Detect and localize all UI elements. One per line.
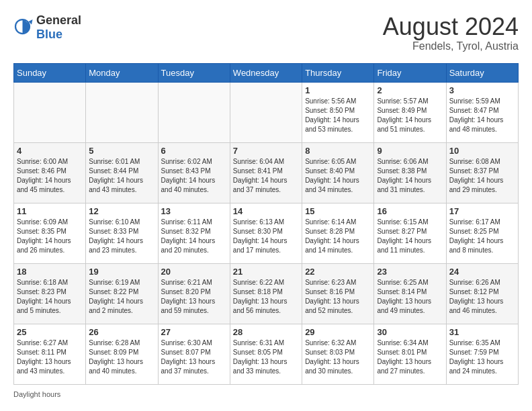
- calendar-cell: 4Sunrise: 6:00 AM Sunset: 8:46 PM Daylig…: [14, 142, 86, 203]
- day-info: Sunrise: 6:31 AM Sunset: 8:05 PM Dayligh…: [233, 338, 299, 376]
- calendar-cell: 26Sunrise: 6:28 AM Sunset: 8:09 PM Dayli…: [86, 324, 158, 384]
- day-of-week-header: Saturday: [446, 63, 518, 82]
- day-info: Sunrise: 6:00 AM Sunset: 8:46 PM Dayligh…: [17, 157, 83, 195]
- day-of-week-header: Wednesday: [230, 63, 302, 82]
- day-info: Sunrise: 6:28 AM Sunset: 8:09 PM Dayligh…: [89, 338, 154, 376]
- title-area: August 2024 Fendels, Tyrol, Austria: [383, 13, 519, 52]
- day-number: 5: [89, 146, 154, 156]
- day-info: Sunrise: 6:26 AM Sunset: 8:12 PM Dayligh…: [449, 278, 515, 316]
- calendar-cell: 25Sunrise: 6:27 AM Sunset: 8:11 PM Dayli…: [14, 324, 86, 384]
- calendar-cell: 23Sunrise: 6:25 AM Sunset: 8:14 PM Dayli…: [374, 263, 446, 324]
- calendar-cell: 21Sunrise: 6:22 AM Sunset: 8:18 PM Dayli…: [230, 263, 302, 324]
- day-number: 25: [17, 327, 83, 337]
- footer-note: Daylight hours: [13, 390, 519, 398]
- day-info: Sunrise: 6:32 AM Sunset: 8:03 PM Dayligh…: [305, 338, 371, 376]
- day-number: 22: [305, 267, 371, 277]
- calendar-cell: 27Sunrise: 6:30 AM Sunset: 8:07 PM Dayli…: [158, 324, 230, 384]
- day-number: 30: [377, 327, 443, 337]
- calendar-cell: 13Sunrise: 6:11 AM Sunset: 8:32 PM Dayli…: [158, 203, 230, 263]
- day-number: 11: [17, 206, 83, 216]
- calendar-body: 1Sunrise: 5:56 AM Sunset: 8:50 PM Daylig…: [14, 82, 519, 384]
- day-info: Sunrise: 6:15 AM Sunset: 8:27 PM Dayligh…: [377, 218, 443, 255]
- calendar-cell: 31Sunrise: 6:35 AM Sunset: 7:59 PM Dayli…: [446, 324, 518, 384]
- location: Fendels, Tyrol, Austria: [383, 40, 519, 52]
- day-of-week-header: Thursday: [302, 63, 374, 82]
- calendar-cell: 22Sunrise: 6:23 AM Sunset: 8:16 PM Dayli…: [302, 263, 374, 324]
- calendar-cell: 29Sunrise: 6:32 AM Sunset: 8:03 PM Dayli…: [302, 324, 374, 384]
- day-number: 6: [161, 146, 227, 156]
- calendar-cell: [86, 82, 158, 142]
- days-of-week-row: SundayMondayTuesdayWednesdayThursdayFrid…: [14, 63, 519, 82]
- calendar-week-row: 18Sunrise: 6:18 AM Sunset: 8:23 PM Dayli…: [14, 263, 519, 324]
- calendar-cell: 28Sunrise: 6:31 AM Sunset: 8:05 PM Dayli…: [230, 324, 302, 384]
- day-info: Sunrise: 6:11 AM Sunset: 8:32 PM Dayligh…: [161, 218, 227, 255]
- day-number: 21: [233, 267, 299, 277]
- logo-general: General: [36, 13, 81, 27]
- day-info: Sunrise: 6:18 AM Sunset: 8:23 PM Dayligh…: [17, 278, 83, 316]
- logo-blue: Blue: [36, 28, 62, 41]
- day-info: Sunrise: 6:06 AM Sunset: 8:38 PM Dayligh…: [377, 157, 443, 195]
- day-number: 16: [377, 206, 443, 216]
- day-number: 28: [233, 327, 299, 337]
- day-info: Sunrise: 6:14 AM Sunset: 8:28 PM Dayligh…: [305, 218, 371, 255]
- day-number: 3: [449, 85, 515, 95]
- calendar-cell: 11Sunrise: 6:09 AM Sunset: 8:35 PM Dayli…: [14, 203, 86, 263]
- calendar-cell: [14, 82, 86, 142]
- calendar-cell: 15Sunrise: 6:14 AM Sunset: 8:28 PM Dayli…: [302, 203, 374, 263]
- day-info: Sunrise: 6:01 AM Sunset: 8:44 PM Dayligh…: [89, 157, 154, 195]
- day-info: Sunrise: 6:13 AM Sunset: 8:30 PM Dayligh…: [233, 218, 299, 255]
- day-info: Sunrise: 6:17 AM Sunset: 8:25 PM Dayligh…: [449, 218, 515, 255]
- day-number: 9: [377, 146, 443, 156]
- day-number: 24: [449, 267, 515, 277]
- day-info: Sunrise: 6:05 AM Sunset: 8:40 PM Dayligh…: [305, 157, 371, 195]
- calendar-table: SundayMondayTuesdayWednesdayThursdayFrid…: [13, 63, 519, 385]
- day-info: Sunrise: 5:57 AM Sunset: 8:49 PM Dayligh…: [377, 97, 443, 134]
- day-info: Sunrise: 6:30 AM Sunset: 8:07 PM Dayligh…: [161, 338, 227, 376]
- day-info: Sunrise: 6:35 AM Sunset: 7:59 PM Dayligh…: [449, 338, 515, 376]
- day-of-week-header: Sunday: [14, 63, 86, 82]
- day-number: 15: [305, 206, 371, 216]
- day-number: 20: [161, 267, 227, 277]
- month-title: August 2024: [383, 13, 519, 40]
- calendar-cell: [158, 82, 230, 142]
- day-info: Sunrise: 6:19 AM Sunset: 8:22 PM Dayligh…: [89, 278, 154, 316]
- calendar-cell: 12Sunrise: 6:10 AM Sunset: 8:33 PM Dayli…: [86, 203, 158, 263]
- day-info: Sunrise: 6:25 AM Sunset: 8:14 PM Dayligh…: [377, 278, 443, 316]
- day-info: Sunrise: 6:34 AM Sunset: 8:01 PM Dayligh…: [377, 338, 443, 376]
- calendar-week-row: 4Sunrise: 6:00 AM Sunset: 8:46 PM Daylig…: [14, 142, 519, 203]
- day-number: 1: [305, 85, 371, 95]
- day-number: 17: [449, 206, 515, 216]
- day-info: Sunrise: 6:23 AM Sunset: 8:16 PM Dayligh…: [305, 278, 371, 316]
- day-info: Sunrise: 6:09 AM Sunset: 8:35 PM Dayligh…: [17, 218, 83, 255]
- calendar-cell: 1Sunrise: 5:56 AM Sunset: 8:50 PM Daylig…: [302, 82, 374, 142]
- day-number: 31: [449, 327, 515, 337]
- page-header: General Blue August 2024 Fendels, Tyrol,…: [13, 13, 519, 52]
- calendar-cell: 30Sunrise: 6:34 AM Sunset: 8:01 PM Dayli…: [374, 324, 446, 384]
- day-info: Sunrise: 5:59 AM Sunset: 8:47 PM Dayligh…: [449, 97, 515, 134]
- day-number: 12: [89, 206, 154, 216]
- day-number: 7: [233, 146, 299, 156]
- calendar-cell: 16Sunrise: 6:15 AM Sunset: 8:27 PM Dayli…: [374, 203, 446, 263]
- logo-icon: [13, 17, 34, 38]
- logo-text: General Blue: [36, 13, 81, 42]
- day-info: Sunrise: 5:56 AM Sunset: 8:50 PM Dayligh…: [305, 97, 371, 134]
- calendar-week-row: 25Sunrise: 6:27 AM Sunset: 8:11 PM Dayli…: [14, 324, 519, 384]
- calendar-week-row: 11Sunrise: 6:09 AM Sunset: 8:35 PM Dayli…: [14, 203, 519, 263]
- logo: General Blue: [13, 13, 81, 42]
- calendar-cell: 18Sunrise: 6:18 AM Sunset: 8:23 PM Dayli…: [14, 263, 86, 324]
- day-number: 10: [449, 146, 515, 156]
- day-of-week-header: Friday: [374, 63, 446, 82]
- day-info: Sunrise: 6:10 AM Sunset: 8:33 PM Dayligh…: [89, 218, 154, 255]
- day-of-week-header: Monday: [86, 63, 158, 82]
- calendar-cell: 24Sunrise: 6:26 AM Sunset: 8:12 PM Dayli…: [446, 263, 518, 324]
- day-info: Sunrise: 6:04 AM Sunset: 8:41 PM Dayligh…: [233, 157, 299, 195]
- day-number: 4: [17, 146, 83, 156]
- calendar-cell: 20Sunrise: 6:21 AM Sunset: 8:20 PM Dayli…: [158, 263, 230, 324]
- day-number: 8: [305, 146, 371, 156]
- calendar-cell: 10Sunrise: 6:08 AM Sunset: 8:37 PM Dayli…: [446, 142, 518, 203]
- day-number: 19: [89, 267, 154, 277]
- calendar-cell: 9Sunrise: 6:06 AM Sunset: 8:38 PM Daylig…: [374, 142, 446, 203]
- calendar-cell: 17Sunrise: 6:17 AM Sunset: 8:25 PM Dayli…: [446, 203, 518, 263]
- day-info: Sunrise: 6:27 AM Sunset: 8:11 PM Dayligh…: [17, 338, 83, 376]
- day-number: 13: [161, 206, 227, 216]
